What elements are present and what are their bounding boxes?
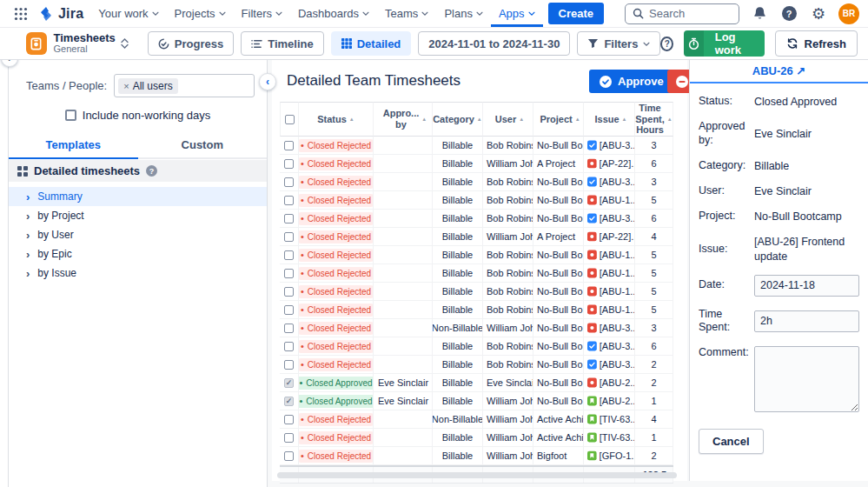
row-checkbox[interactable]: ✓ — [284, 397, 294, 406]
column-header-pr[interactable]: Project▲ — [533, 102, 584, 137]
table-row[interactable]: •Closed RejectedBillableWilliam Joh...A … — [280, 155, 673, 173]
sidebar-item-by-issue[interactable]: ›by Issue — [9, 264, 267, 283]
non-working-days-checkbox[interactable] — [65, 110, 76, 121]
row-checkbox[interactable] — [284, 177, 294, 187]
issue-cell[interactable]: [AP-22]... — [584, 155, 635, 172]
row-checkbox[interactable] — [284, 287, 294, 297]
timesheet-switcher-icon[interactable] — [121, 38, 129, 49]
issue-cell[interactable]: [ABU-3... — [584, 319, 635, 337]
search-box[interactable] — [625, 3, 739, 24]
row-checkbox[interactable] — [284, 214, 294, 223]
cancel-button[interactable]: Cancel — [699, 429, 764, 454]
settings-gear-icon[interactable]: ⚙ — [809, 4, 828, 23]
chevron-right-icon[interactable]: › — [26, 248, 30, 261]
table-row[interactable]: •Closed RejectedBillableBob Robins...No-… — [280, 210, 673, 228]
row-checkbox[interactable] — [284, 250, 294, 260]
table-row[interactable]: •Closed RejectedBillableBob Robins...No-… — [280, 301, 673, 319]
column-header-st[interactable]: Status▲ — [299, 102, 374, 137]
row-checkbox[interactable] — [284, 196, 294, 205]
row-checkbox[interactable] — [284, 342, 294, 351]
filters-button[interactable]: Filters — [577, 31, 660, 56]
tab-templates[interactable]: Templates — [9, 133, 138, 157]
issue-cell[interactable]: [ABU-2... — [584, 392, 635, 410]
sort-icon[interactable]: ▲ — [622, 117, 627, 123]
nav-item-teams[interactable]: Teams — [377, 0, 436, 27]
approve-button[interactable]: Approve — [589, 70, 674, 93]
plugin-help-icon[interactable]: ? — [660, 37, 673, 51]
sidebar-item-summary[interactable]: ›Summary — [9, 187, 267, 206]
row-checkbox[interactable] — [284, 305, 294, 315]
sort-icon[interactable]: ▲ — [519, 117, 524, 123]
table-row[interactable]: •Closed RejectedNon-BillableWilliam Joh.… — [280, 319, 673, 337]
table-row[interactable]: •Closed RejectedBillableWilliam Joh...Bi… — [280, 447, 673, 465]
issue-cell[interactable]: [ABU-3... — [584, 356, 635, 373]
table-row[interactable]: •Closed RejectedBillableBob Robins...No-… — [280, 246, 673, 264]
time-spent-input[interactable] — [754, 310, 859, 332]
row-checkbox[interactable] — [284, 415, 294, 424]
column-header-tm[interactable]: Time Spent, Hours▲ — [635, 102, 673, 137]
date-input[interactable] — [754, 275, 859, 297]
sort-icon[interactable]: ▲ — [667, 117, 673, 123]
sort-icon[interactable]: ▲ — [575, 117, 580, 123]
column-header-us[interactable]: User▲ — [483, 102, 533, 137]
chevron-right-icon[interactable]: › — [26, 229, 30, 242]
user-avatar[interactable]: BR — [838, 3, 859, 24]
row-checkbox[interactable] — [284, 159, 294, 169]
issue-cell[interactable]: [ABU-1... — [584, 264, 635, 282]
jira-logo[interactable]: Jira — [36, 6, 90, 22]
table-row[interactable]: •Closed RejectedBillableWilliam Joh...A … — [280, 228, 673, 246]
table-row[interactable]: •Closed RejectedBillableBob Robins...No-… — [280, 356, 673, 374]
help-icon[interactable]: ? — [779, 4, 798, 23]
sidebar-item-by-user[interactable]: ›by User — [9, 225, 267, 244]
row-checkbox[interactable] — [284, 360, 294, 370]
refresh-button[interactable]: Refresh — [775, 30, 858, 57]
nav-item-dashboards[interactable]: Dashboards — [290, 0, 377, 27]
sort-icon[interactable]: ▲ — [477, 117, 482, 123]
issue-cell[interactable]: [ABU-1... — [584, 246, 635, 264]
table-row[interactable]: •Closed RejectedBillableBob Robins...No-… — [280, 264, 673, 283]
chevron-right-icon[interactable]: › — [26, 267, 30, 280]
issue-cell[interactable]: [TIV-63... — [584, 429, 635, 446]
date-range-picker[interactable]: 2024-11-01 to 2024-11-30 — [418, 31, 570, 56]
select-all-checkbox[interactable] — [285, 115, 295, 124]
chevron-right-icon[interactable]: › — [26, 190, 30, 203]
table-row[interactable]: •Closed RejectedBillableBob Robins...No-… — [280, 173, 673, 191]
table-row[interactable]: •Closed RejectedBillableBob Robins...No-… — [280, 283, 673, 301]
sidebar-item-by-epic[interactable]: ›by Epic — [9, 244, 267, 264]
column-header-ab[interactable]: Appro... by▲ — [374, 102, 433, 137]
issue-cell[interactable]: [AP-22]... — [584, 228, 635, 245]
view-tab-progress[interactable]: Progress — [148, 31, 234, 56]
row-checkbox[interactable] — [284, 269, 294, 278]
issue-cell[interactable]: [ABU-3... — [584, 337, 635, 355]
app-switcher-icon[interactable] — [9, 0, 33, 28]
log-work-button[interactable]: Log work — [684, 30, 765, 57]
issue-cell[interactable]: [ABU-1... — [584, 301, 635, 318]
sort-icon[interactable]: ▲ — [421, 117, 427, 123]
issue-cell[interactable]: [GFO-1... — [584, 447, 635, 464]
row-checkbox[interactable] — [284, 232, 294, 242]
issue-cell[interactable]: [ABU-3... — [584, 173, 635, 190]
table-row[interactable]: •Closed RejectedBillableWilliam Joh...Ac… — [280, 429, 673, 447]
nav-item-plans[interactable]: Plans — [436, 0, 491, 27]
issue-cell[interactable]: [ABU-3... — [584, 137, 635, 154]
table-row[interactable]: ✓•Closed ApprovedEve SinclairBillableEve… — [280, 374, 673, 392]
nav-item-apps[interactable]: Apps — [491, 0, 543, 27]
issue-cell[interactable]: [ABU-2... — [584, 374, 635, 391]
row-checkbox[interactable] — [284, 324, 294, 333]
table-row[interactable]: •Closed RejectedBillableBob Robins...No-… — [280, 337, 673, 356]
column-header-is[interactable]: Issue▲ — [584, 102, 635, 137]
table-row[interactable]: •Closed RejectedNon-BillableWilliam Joh.… — [280, 410, 673, 429]
section-help-icon[interactable]: ? — [146, 165, 157, 177]
sidebar-item-by-project[interactable]: ›by Project — [9, 206, 267, 225]
remove-tag-icon[interactable]: × — [123, 81, 129, 91]
nav-item-filters[interactable]: Filters — [234, 0, 290, 27]
row-checkbox[interactable] — [284, 141, 294, 150]
view-tab-timeline[interactable]: Timeline — [241, 31, 324, 56]
collapse-sidebar-button[interactable]: ‹ — [259, 73, 276, 90]
issue-cell[interactable]: [ABU-1... — [584, 191, 635, 209]
view-tab-detailed[interactable]: Detailed — [331, 31, 412, 56]
notifications-bell-icon[interactable] — [750, 4, 769, 23]
issue-cell[interactable]: [ABU-1... — [584, 283, 635, 300]
issue-key-link[interactable]: ABU-26 ↗ — [752, 64, 806, 77]
search-input[interactable] — [649, 7, 727, 20]
